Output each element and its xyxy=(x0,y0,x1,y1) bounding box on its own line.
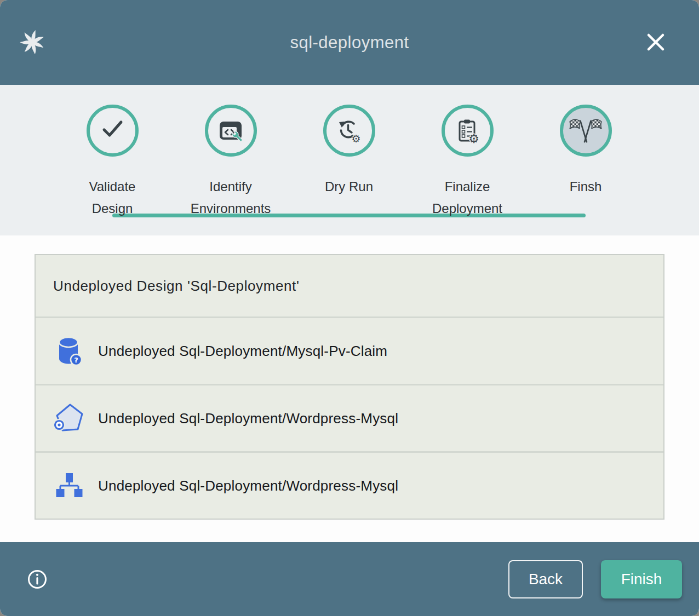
back-button[interactable]: Back xyxy=(508,560,583,598)
step-identify-environments: Identify Environments xyxy=(171,105,290,220)
step-circle-finish[interactable] xyxy=(560,105,612,157)
step-label: Finalize Deployment xyxy=(432,176,502,220)
sql-deployment-modal: sql-deployment Validate Design xyxy=(0,0,699,616)
step-label: Dry Run xyxy=(325,176,373,198)
step-circle-finalize[interactable]: ⚙ xyxy=(442,105,494,157)
finish-button[interactable]: Finish xyxy=(601,560,682,598)
refresh-gear-icon: ⚙ xyxy=(336,118,362,144)
modal-title: sql-deployment xyxy=(290,33,409,53)
checkered-flags-icon xyxy=(569,118,603,144)
log-text: Undeployed Design 'Sql-Deployment' xyxy=(53,278,299,295)
log-row-wordpress-mysql-pod: Undeployed Sql-Deployment/Wordpress-Mysq… xyxy=(36,385,663,451)
log-text: Undeployed Sql-Deployment/Wordpress-Mysq… xyxy=(98,477,398,494)
database-icon: ? xyxy=(53,334,85,368)
check-icon xyxy=(99,115,126,147)
step-dry-run: ⚙ Dry Run xyxy=(290,105,408,220)
step-label: Finsh xyxy=(570,176,602,198)
log-row-design: Undeployed Design 'Sql-Deployment' xyxy=(36,255,663,316)
modal-body: Undeployed Design 'Sql-Deployment' ? Und… xyxy=(0,235,699,542)
log-text: Undeployed Sql-Deployment/Mysql-Pv-Claim xyxy=(98,343,387,360)
svg-text:?: ? xyxy=(74,356,78,364)
step-finalize-deployment: ⚙ Finalize Deployment xyxy=(408,105,526,220)
modal-footer: Back Finish xyxy=(0,542,699,616)
clipboard-gear-icon: ⚙ xyxy=(454,118,480,144)
hierarchy-icon xyxy=(53,469,85,503)
svg-text:⚙: ⚙ xyxy=(351,133,360,144)
step-circle-dry-run[interactable]: ⚙ xyxy=(323,105,375,157)
step-validate-design: Validate Design xyxy=(53,105,171,220)
log-row-wordpress-mysql-tree: Undeployed Sql-Deployment/Wordpress-Mysq… xyxy=(36,453,663,519)
log-row-mysql-pv-claim: ? Undeployed Sql-Deployment/Mysql-Pv-Cla… xyxy=(36,318,663,384)
pod-pentagon-icon xyxy=(53,401,85,435)
step-circle-validate[interactable] xyxy=(87,105,139,157)
step-label: Identify Environments xyxy=(191,176,271,220)
modal-header: sql-deployment xyxy=(0,0,699,85)
meshery-swirl-logo-icon xyxy=(16,26,48,58)
deployment-stepper: Validate Design Identify Environments xyxy=(0,85,699,235)
deployment-log-panel: Undeployed Design 'Sql-Deployment' ? Und… xyxy=(35,254,664,520)
step-finish: Finsh xyxy=(526,105,645,220)
step-circle-identify[interactable] xyxy=(205,105,257,157)
svg-text:⚙: ⚙ xyxy=(468,132,479,144)
code-window-wrench-icon xyxy=(217,118,244,144)
step-label: Validate Design xyxy=(89,176,136,220)
info-icon[interactable] xyxy=(26,568,48,590)
log-text: Undeployed Sql-Deployment/Wordpress-Mysq… xyxy=(98,410,398,427)
close-icon[interactable] xyxy=(644,30,668,54)
